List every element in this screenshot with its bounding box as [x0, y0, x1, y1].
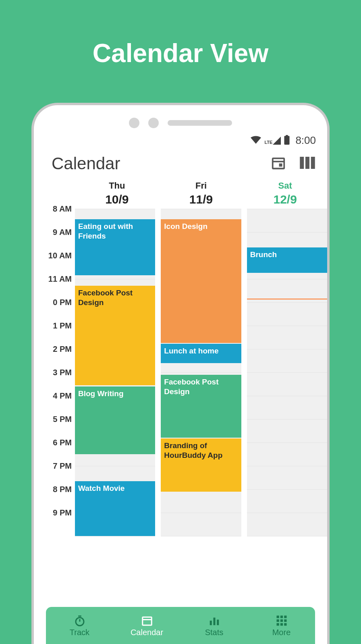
wifi-icon	[251, 136, 261, 145]
svg-rect-19	[276, 619, 279, 621]
cellular-lte-icon: LTE	[264, 137, 281, 145]
grid-line	[161, 536, 241, 536]
grid-line	[75, 536, 155, 536]
grid-line	[247, 419, 327, 420]
nav-calendar[interactable]: Calendar	[113, 607, 180, 644]
hour-label: 9 AM	[53, 228, 72, 237]
svg-rect-17	[280, 615, 282, 618]
svg-rect-22	[276, 623, 279, 625]
grid-icon	[276, 614, 288, 627]
calendar-event[interactable]: Brunch	[247, 247, 327, 273]
grid-line	[161, 209, 241, 209]
grid-line	[247, 513, 327, 513]
grid-line	[247, 302, 327, 303]
svg-rect-11	[142, 617, 151, 625]
grid-line	[161, 513, 241, 513]
calendar-event[interactable]: Facebook Post Design	[161, 375, 241, 438]
columns-view-icon[interactable]	[300, 157, 315, 170]
calendar-event[interactable]: Branding of HourBuddy App	[161, 438, 241, 492]
grid-line	[247, 349, 327, 349]
svg-rect-14	[213, 617, 215, 625]
calendar-columns[interactable]: Eating out with FriendsFacebook Post Des…	[75, 209, 327, 536]
grid-line	[247, 372, 327, 373]
calendar-event[interactable]: Facebook Post Design	[75, 286, 155, 385]
nav-more[interactable]: More	[248, 607, 315, 644]
day-date: 12/9	[243, 193, 327, 206]
hour-label: 9 PM	[53, 508, 72, 517]
nav-track[interactable]: Track	[46, 607, 113, 644]
calendar-event[interactable]: Blog Writing	[75, 386, 155, 454]
promo-title: Calendar View	[0, 0, 361, 68]
svg-rect-4	[279, 164, 282, 167]
today-icon[interactable]	[271, 155, 286, 172]
calendar-event[interactable]: Lunch at home	[161, 344, 241, 363]
bottom-nav: TrackCalendarStatsMore	[46, 607, 315, 644]
calendar-event[interactable]: Icon Design	[161, 219, 241, 343]
hw-speaker-bar	[168, 120, 232, 126]
hour-label: 8 PM	[53, 485, 72, 494]
day-name: Thu	[75, 181, 159, 191]
grid-line	[247, 489, 327, 490]
nav-label: Calendar	[131, 628, 163, 637]
grid-line	[247, 442, 327, 443]
day-header-1[interactable]: Fri11/9	[159, 181, 243, 206]
hour-label: 2 PM	[53, 345, 72, 354]
grid-line	[75, 209, 155, 209]
grid-line	[247, 279, 327, 279]
svg-rect-16	[276, 615, 279, 618]
hour-label: 3 PM	[53, 368, 72, 377]
svg-rect-7	[311, 157, 315, 169]
day-column-1[interactable]: Icon DesignLunch at homeFacebook Post De…	[161, 209, 241, 536]
grid-line	[161, 372, 241, 373]
svg-rect-15	[217, 619, 219, 625]
hour-label: 6 PM	[53, 438, 72, 447]
svg-rect-18	[284, 615, 286, 618]
bars-icon	[208, 614, 220, 627]
day-name: Sat	[243, 181, 327, 191]
calendar-icon	[141, 614, 153, 627]
svg-rect-2	[273, 158, 284, 168]
day-headers: Thu10/9Fri11/9Sat12/9	[75, 181, 327, 209]
hour-label: 10 AM	[48, 251, 72, 260]
day-column-2[interactable]: Brunch	[247, 209, 327, 536]
network-label: LTE	[264, 140, 272, 145]
hour-label: 8 AM	[53, 204, 72, 214]
svg-rect-6	[305, 157, 309, 169]
hw-camera-dot	[129, 118, 139, 128]
svg-rect-21	[284, 619, 286, 621]
status-time: 8:00	[295, 134, 316, 147]
svg-rect-13	[210, 621, 212, 625]
svg-rect-0	[284, 136, 290, 145]
day-name: Fri	[159, 181, 243, 191]
calendar-event[interactable]: Eating out with Friends	[75, 219, 155, 275]
calendar-body: Thu10/9Fri11/9Sat12/9 8 AM9 AM10 AM11 AM…	[34, 181, 327, 536]
hour-label: 11 AM	[48, 274, 72, 284]
day-date: 10/9	[75, 193, 159, 206]
svg-rect-20	[280, 619, 282, 621]
nav-label: More	[272, 628, 291, 637]
grid-line	[75, 279, 155, 279]
nav-label: Track	[70, 628, 89, 637]
svg-rect-5	[300, 157, 304, 169]
day-date: 11/9	[159, 193, 243, 206]
hour-label: 4 PM	[53, 391, 72, 401]
hw-sensor-dot	[148, 118, 159, 128]
grid-line	[247, 396, 327, 396]
svg-rect-1	[286, 135, 288, 136]
nav-label: Stats	[205, 628, 224, 637]
phone-frame: LTE 8:00 Calendar Thu10/9Fri11/9Sat12/9 …	[31, 103, 330, 644]
nav-stats[interactable]: Stats	[180, 607, 248, 644]
hour-labels: 8 AM9 AM10 AM11 AM0 PM1 PM2 PM3 PM4 PM5 …	[41, 209, 75, 536]
grid-line	[247, 326, 327, 326]
now-indicator	[247, 299, 327, 299]
day-column-0[interactable]: Eating out with FriendsFacebook Post Des…	[75, 209, 155, 536]
grid-line	[75, 466, 155, 466]
page-title: Calendar	[52, 154, 120, 173]
day-header-0[interactable]: Thu10/9	[75, 181, 159, 206]
svg-rect-24	[284, 623, 286, 625]
hour-label: 0 PM	[53, 298, 72, 307]
day-header-2[interactable]: Sat12/9	[243, 181, 327, 206]
battery-icon	[284, 135, 290, 146]
grid-line	[247, 466, 327, 466]
calendar-event[interactable]: Watch Movie	[75, 481, 155, 536]
